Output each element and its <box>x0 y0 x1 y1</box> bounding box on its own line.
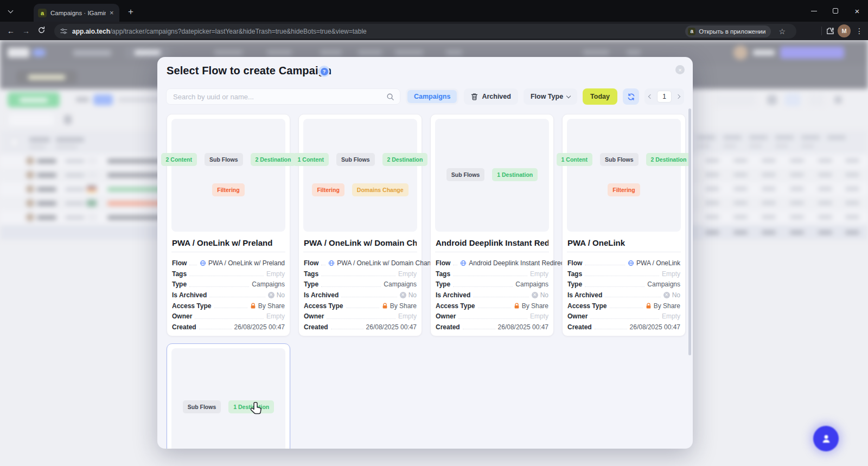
detail-label: Access Type <box>172 302 212 310</box>
reload-button[interactable] <box>34 26 49 36</box>
detail-label: Type <box>436 280 450 288</box>
sub-flows-badge[interactable]: Sub Flows <box>183 400 221 413</box>
archived-filter-button[interactable]: Archived <box>464 88 518 105</box>
destination-badge[interactable]: 2 Destination <box>251 153 296 166</box>
detail-label: Is Archived <box>567 291 602 299</box>
modal-title: Select Flow to create Campaign <box>167 65 331 77</box>
divider <box>171 252 285 252</box>
maximize-button[interactable] <box>825 0 846 22</box>
destination-badge[interactable]: 2 Destination <box>646 153 692 166</box>
site-info-icon[interactable] <box>60 27 68 35</box>
modal-toolbar: Campaigns Archived Flow Type Today 1 <box>166 88 684 105</box>
flow-card-title: PWA / OneLink w/ Domain Change <box>304 238 417 247</box>
globe-icon <box>200 260 206 266</box>
forward-button[interactable]: → <box>18 27 34 35</box>
modal-close-button[interactable]: × <box>675 65 685 74</box>
flow-card[interactable]: 1 Content Sub Flows 2 Destination Filter… <box>562 114 686 336</box>
flow-card[interactable]: 1 Content Sub Flows 2 Destination Filter… <box>298 114 422 336</box>
detail-label: Is Archived <box>436 291 470 299</box>
filtering-badge[interactable]: Filtering <box>312 183 344 196</box>
page-number[interactable]: 1 <box>657 91 672 103</box>
prev-page-button[interactable] <box>648 94 653 99</box>
browser-menu-icon[interactable]: ⋮ <box>854 27 865 35</box>
detail-value: Empty <box>398 312 417 320</box>
detail-value: Campaigns <box>515 280 548 288</box>
detail-value: 26/08/2025 00:47 <box>366 323 417 331</box>
help-button[interactable]: ? <box>318 66 330 77</box>
minimize-icon <box>811 11 817 11</box>
screen: a Campaigns · IGaming Demonst × + × ← → … <box>0 0 868 466</box>
archived-label: Archived <box>482 93 511 100</box>
modal-scrollbar[interactable] <box>688 108 691 355</box>
detail-label: Type <box>304 280 318 288</box>
new-tab-button[interactable]: + <box>124 5 138 19</box>
destination-badge[interactable]: 1 Destination <box>492 168 538 181</box>
close-window-button[interactable]: × <box>846 0 868 22</box>
flow-type-dropdown[interactable]: Flow Type <box>524 88 577 105</box>
browser-profile-avatar[interactable]: M <box>838 24 851 37</box>
minimize-button[interactable] <box>803 0 825 22</box>
domains-change-badge[interactable]: Domains Change <box>352 183 409 196</box>
detail-label: Owner <box>436 312 456 320</box>
select-flow-modal: Select Flow to create Campaign ? × Campa… <box>157 57 693 449</box>
filtering-badge[interactable]: Filtering <box>212 183 244 196</box>
detail-label: Owner <box>304 312 324 320</box>
chevron-down-icon <box>566 93 571 98</box>
campaigns-filter-button[interactable]: Campaigns <box>407 90 457 103</box>
content-badge[interactable]: 2 Content <box>161 153 197 166</box>
extensions-icon[interactable] <box>825 27 834 36</box>
detail-label: Flow <box>304 259 318 267</box>
sub-flows-badge[interactable]: Sub Flows <box>205 153 243 166</box>
flow-preview: Sub Flows 1 Destination <box>435 119 549 232</box>
flow-preview: Sub Flows 1 Destination <box>171 348 285 449</box>
browser-tab[interactable]: a Campaigns · IGaming Demonst × <box>34 4 119 22</box>
circle-x-icon: ✕ <box>663 292 670 298</box>
sub-flows-badge[interactable]: Sub Flows <box>446 168 485 181</box>
flow-details: FlowPWA / OneLink w/ Domain Change TagsE… <box>304 258 417 333</box>
site-favicon: a <box>38 9 47 17</box>
support-fab-button[interactable] <box>813 426 839 451</box>
tab-close-icon[interactable]: × <box>110 9 114 17</box>
detail-value: Empty <box>398 270 417 278</box>
flow-details: FlowAndroid Deeplink Instant Redirect Ta… <box>436 258 548 333</box>
url-bar[interactable]: app.aio.tech/app/tracker/campaigns?datep… <box>54 24 796 39</box>
divider <box>435 252 549 252</box>
sub-flows-badge[interactable]: Sub Flows <box>336 153 375 166</box>
circle-x-icon: ✕ <box>400 292 406 298</box>
content-badge[interactable]: 1 Content <box>293 153 329 166</box>
detail-label: Type <box>567 280 582 288</box>
detail-value: Empty <box>266 312 285 320</box>
detail-value: Android Deeplink Instant Redirect <box>469 259 566 267</box>
open-in-app-label: Открыть в приложении <box>699 28 765 35</box>
browser-chrome: a Campaigns · IGaming Demonst × + × ← → … <box>0 0 868 40</box>
tab-title: Campaigns · IGaming Demonst <box>50 10 106 16</box>
flow-preview: 2 Content Sub Flows 2 Destination Filter… <box>171 119 285 232</box>
detail-value: PWA / OneLink w/ Domain Change <box>337 259 438 267</box>
content-badge[interactable]: 1 Content <box>557 153 592 166</box>
today-filter-button[interactable]: Today <box>583 88 617 105</box>
search-input[interactable] <box>173 93 386 101</box>
refresh-button[interactable] <box>623 88 639 105</box>
open-in-app-chip[interactable]: a Открыть в приложении <box>685 25 771 37</box>
url-text: app.aio.tech/app/tracker/campaigns?datep… <box>72 28 685 35</box>
detail-value: PWA / OneLink w/ Preland <box>208 259 285 267</box>
detail-value: By Share <box>654 302 680 310</box>
flow-preview: 1 Content Sub Flows 2 Destination Filter… <box>567 119 681 232</box>
bookmark-star-icon[interactable]: ☆ <box>778 27 786 36</box>
flow-card[interactable]: Sub Flows 1 Destination Android Deeplink… <box>430 114 554 336</box>
detail-value: Empty <box>266 270 285 278</box>
filtering-badge[interactable]: Filtering <box>608 183 640 196</box>
back-button[interactable]: ← <box>3 27 18 35</box>
flow-card[interactable]: 2 Content Sub Flows 2 Destination Filter… <box>167 114 290 336</box>
destination-badge[interactable]: 2 Destination <box>382 153 428 166</box>
person-icon <box>821 433 832 444</box>
next-page-button[interactable] <box>676 94 680 99</box>
sub-flows-badge[interactable]: Sub Flows <box>600 153 639 166</box>
detail-label: Flow <box>567 259 582 267</box>
globe-icon <box>628 260 634 266</box>
detail-value: Empty <box>662 270 680 278</box>
flow-card-partial[interactable]: Sub Flows 1 Destination <box>167 343 290 449</box>
page: Select Flow to create Campaign ? × Campa… <box>0 40 868 466</box>
mouse-cursor <box>250 401 264 418</box>
tab-search-button[interactable] <box>4 5 16 17</box>
